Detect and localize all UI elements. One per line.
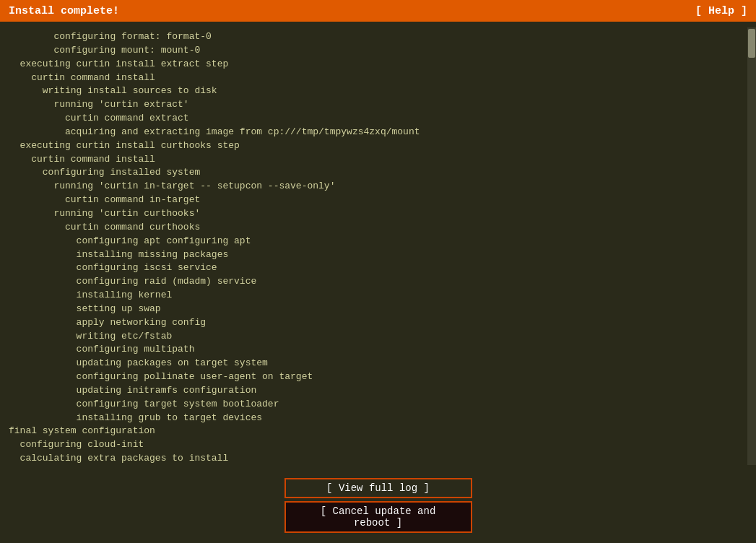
header-bar: Install complete! [ Help ] [0, 0, 756, 22]
log-text: configuring format: format-0 configuring… [0, 30, 756, 465]
scrollbar-thumb[interactable] [748, 29, 755, 58]
footer: [ View full log ] [ Cancel update and re… [0, 471, 756, 543]
view-full-log-button[interactable]: [ View full log ] [284, 478, 472, 498]
cancel-update-reboot-button[interactable]: [ Cancel update and reboot ] [284, 501, 472, 533]
header-title: Install complete! [9, 5, 119, 17]
main-content: configuring format: format-0 configuring… [0, 22, 756, 471]
header-help: [ Help ] [695, 5, 747, 17]
log-container[interactable]: configuring format: format-0 configuring… [0, 27, 756, 465]
scrollbar[interactable] [747, 27, 756, 465]
